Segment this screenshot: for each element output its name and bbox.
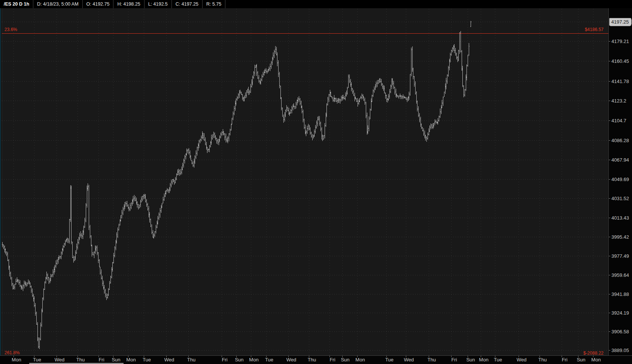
day-label: Mon	[12, 357, 21, 363]
symbol-label[interactable]: /ES 20 D 1h	[0, 0, 33, 8]
price-label: 3959.64	[611, 272, 629, 278]
day-label: Tue	[33, 357, 41, 363]
price-label: 4141.78	[611, 79, 629, 84]
day-label: Fri	[222, 357, 227, 363]
day-label: Mon	[479, 357, 488, 363]
price-label: 4031.52	[611, 196, 629, 201]
current-price-value: 4197.25	[611, 19, 629, 25]
day-label: Fri	[562, 357, 567, 363]
header-close: C: 4197.25	[172, 0, 203, 8]
price-label: 3977.49	[611, 253, 629, 259]
day-label: Wed	[517, 357, 527, 363]
day-label: Mon	[249, 357, 258, 363]
day-label: Fri	[329, 357, 335, 363]
day-label: Thu	[308, 357, 316, 363]
price-label: 4160.45	[611, 58, 629, 64]
day-label: Sun	[235, 357, 243, 363]
day-label: Wed	[164, 357, 174, 363]
left-edge-accent	[0, 8, 1, 355]
day-label: Fri	[98, 357, 104, 363]
day-label: Wed	[55, 357, 65, 363]
day-label: Thu	[538, 357, 547, 363]
price-label: 4179.21	[611, 39, 629, 44]
price-label: 3889.05	[611, 348, 629, 353]
day-label: Mon	[591, 357, 601, 363]
price-label: 4104.7	[611, 118, 626, 123]
price-label: 4086.28	[611, 138, 629, 143]
day-label: Tue	[265, 357, 273, 363]
day-label: Wed	[286, 357, 297, 363]
header-date: D: 4/18/23, 5:00 AM	[33, 0, 83, 8]
chart-window: /ES 20 D 1h D: 4/18/23, 5:00 AM O: 4192.…	[0, 0, 632, 364]
left-edge-border	[1, 8, 2, 355]
price-label: 4123.2	[611, 98, 626, 104]
header-open: O: 4192.75	[83, 0, 114, 8]
plot-background	[2, 8, 608, 355]
day-label: Sun	[577, 357, 585, 363]
day-label: Mon	[355, 357, 365, 363]
header-high: H: 4198.25	[113, 0, 144, 8]
ohlc-header: /ES 20 D 1h D: 4/18/23, 5:00 AM O: 4192.…	[0, 0, 632, 8]
price-label: 3941.88	[611, 291, 629, 297]
fib-2618-percent-label: 261.8%	[4, 350, 20, 355]
price-chart[interactable]: 23.6%$4186.57261.8%$-2088.22 4179.214160…	[0, 8, 632, 364]
day-label: Thu	[76, 357, 85, 363]
day-label: Mon	[126, 357, 136, 363]
day-label: Thu	[428, 357, 436, 363]
price-label: 3924.19	[611, 310, 629, 316]
day-label: Tue	[385, 357, 394, 363]
day-label: Sun	[341, 357, 349, 363]
day-label: Tue	[494, 357, 502, 363]
price-label: 4049.69	[611, 177, 629, 182]
price-label: 3995.42	[611, 234, 629, 240]
fib-2618-price-label: $-2088.22	[583, 351, 604, 356]
left-edge-gap	[1, 8, 1, 355]
day-label: Fri	[451, 357, 457, 363]
day-label: Sun	[112, 357, 120, 363]
price-label: 3906.58	[611, 329, 629, 334]
fib-236-percent-label: 23.6%	[4, 27, 17, 32]
header-range: R: 5.75	[203, 0, 225, 8]
price-label: 4013.43	[611, 215, 629, 221]
day-label: Wed	[404, 357, 414, 363]
day-label: Thu	[187, 357, 195, 363]
fib-236-price-label: $4186.57	[585, 27, 604, 32]
price-label: 4067.94	[611, 157, 629, 163]
header-low: L: 4192.5	[145, 0, 172, 8]
day-label: Tue	[143, 357, 151, 363]
day-label: Sun	[466, 357, 475, 363]
